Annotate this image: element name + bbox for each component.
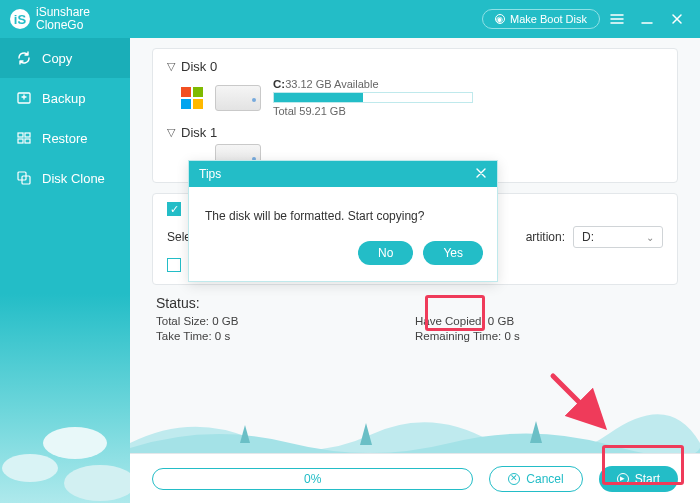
cancel-label: Cancel bbox=[526, 472, 563, 486]
sidebar-item-copy[interactable]: Copy bbox=[0, 38, 130, 78]
usage-bar bbox=[273, 92, 473, 103]
sidebar-item-label: Disk Clone bbox=[42, 171, 105, 186]
app-logo: iS iSunshare CloneGo bbox=[10, 6, 90, 32]
svg-rect-3 bbox=[18, 139, 23, 143]
backup-icon bbox=[16, 90, 32, 106]
disk1-header[interactable]: ▽ Disk 1 bbox=[167, 125, 663, 140]
close-button[interactable] bbox=[664, 6, 690, 32]
partition-total: Total 59.21 GB bbox=[273, 105, 473, 117]
dialog-no-label: No bbox=[378, 246, 393, 260]
status-have-copied: Have Copied: 0 GB bbox=[415, 315, 674, 327]
restore-icon bbox=[16, 130, 32, 146]
disk0-partition-row[interactable]: C:33.12 GB Available Total 59.21 GB bbox=[167, 78, 663, 117]
dialog-titlebar: Tips bbox=[189, 161, 497, 187]
sidebar: Copy Backup Restore Disk Clone bbox=[0, 38, 130, 503]
dialog-title: Tips bbox=[199, 167, 221, 181]
svg-rect-1 bbox=[18, 133, 23, 137]
bottom-bar: 0% ✕ Cancel ▸ Start bbox=[130, 453, 700, 503]
partition-letter: C: bbox=[273, 78, 285, 90]
status-remaining: Remaining Time: 0 s bbox=[415, 330, 674, 342]
svg-rect-4 bbox=[25, 139, 30, 143]
sidebar-item-label: Backup bbox=[42, 91, 85, 106]
dialog-message: The disk will be formatted. Start copyin… bbox=[205, 209, 424, 223]
dialog-no-button[interactable]: No bbox=[358, 241, 413, 265]
partition-available: 33.12 GB Available bbox=[285, 78, 378, 90]
cancel-button[interactable]: ✕ Cancel bbox=[489, 466, 582, 492]
logo-icon: iS bbox=[10, 9, 30, 29]
status-total-size: Total Size: 0 GB bbox=[156, 315, 415, 327]
make-boot-label: Make Boot Disk bbox=[510, 13, 587, 25]
svg-rect-2 bbox=[25, 133, 30, 137]
sidebar-item-label: Copy bbox=[42, 51, 72, 66]
menu-button[interactable] bbox=[604, 6, 630, 32]
refresh-icon bbox=[16, 50, 32, 66]
drive-icon bbox=[215, 85, 261, 111]
svg-point-8 bbox=[43, 427, 107, 459]
tips-dialog: Tips The disk will be formatted. Start c… bbox=[188, 160, 498, 282]
disc-icon: ◉ bbox=[495, 14, 505, 24]
disk-clone-icon bbox=[16, 170, 32, 186]
make-boot-disk-button[interactable]: ◉ Make Boot Disk bbox=[482, 9, 600, 29]
minimize-button[interactable] bbox=[634, 6, 660, 32]
dialog-yes-button[interactable]: Yes bbox=[423, 241, 483, 265]
status-take-time: Take Time: 0 s bbox=[156, 330, 415, 342]
status-block: Status: Total Size: 0 GB Have Copied: 0 … bbox=[152, 295, 678, 342]
sidebar-item-restore[interactable]: Restore bbox=[0, 118, 130, 158]
chevron-down-icon: ⌄ bbox=[646, 232, 654, 243]
start-label: Start bbox=[635, 472, 660, 486]
svg-point-9 bbox=[64, 465, 130, 501]
status-heading: Status: bbox=[156, 295, 674, 311]
chevron-down-icon: ▽ bbox=[167, 60, 175, 73]
cancel-icon: ✕ bbox=[508, 473, 520, 485]
select-partition-label-right: artition: bbox=[526, 230, 565, 244]
target-partition-select[interactable]: D: ⌄ bbox=[573, 226, 663, 248]
sidebar-item-label: Restore bbox=[42, 131, 88, 146]
after-checkbox[interactable] bbox=[167, 258, 181, 272]
progress-bar: 0% bbox=[152, 468, 473, 490]
chevron-down-icon: ▽ bbox=[167, 126, 175, 139]
play-icon: ▸ bbox=[617, 473, 629, 485]
brand-line2: CloneGo bbox=[36, 19, 90, 32]
titlebar: iS iSunshare CloneGo ◉ Make Boot Disk bbox=[0, 0, 700, 38]
sidebar-item-backup[interactable]: Backup bbox=[0, 78, 130, 118]
windows-icon bbox=[181, 87, 203, 109]
svg-point-7 bbox=[2, 454, 58, 482]
disk1-title: Disk 1 bbox=[181, 125, 217, 140]
disk0-header[interactable]: ▽ Disk 0 bbox=[167, 59, 663, 74]
decorative-clouds bbox=[0, 413, 130, 503]
start-button[interactable]: ▸ Start bbox=[599, 466, 678, 492]
progress-value: 0% bbox=[304, 472, 321, 486]
target-partition-value: D: bbox=[582, 230, 594, 244]
dialog-close-button[interactable] bbox=[475, 167, 487, 182]
sidebar-item-disk-clone[interactable]: Disk Clone bbox=[0, 158, 130, 198]
dialog-yes-label: Yes bbox=[443, 246, 463, 260]
disk0-title: Disk 0 bbox=[181, 59, 217, 74]
set-target-checkbox[interactable]: ✓ bbox=[167, 202, 181, 216]
